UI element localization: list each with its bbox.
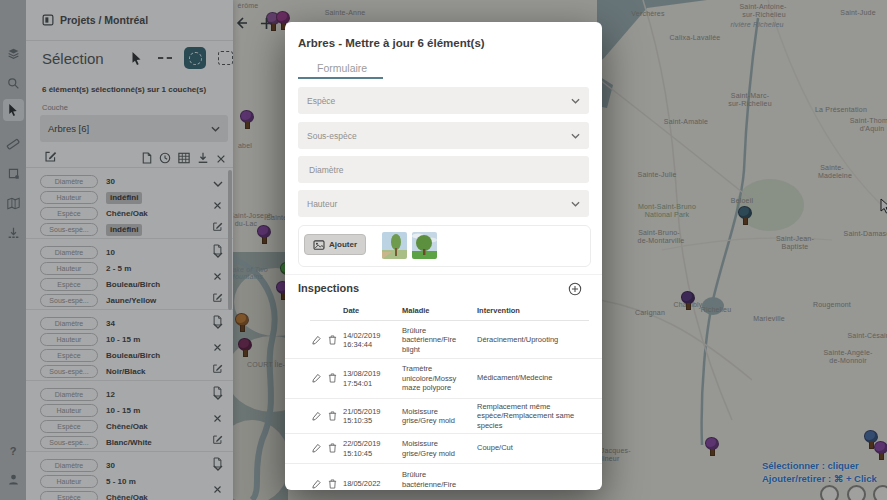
edit-inspection-button[interactable] xyxy=(312,475,321,490)
inspection-intervention: Médicament/Medecine xyxy=(477,373,582,383)
inspections-heading: Inspections xyxy=(298,282,359,294)
divider xyxy=(285,274,602,275)
chevron-down-icon xyxy=(571,133,580,139)
add-inspection-button[interactable] xyxy=(568,282,582,300)
column-header-intervention: Intervention xyxy=(477,306,520,315)
diametre-field[interactable] xyxy=(298,156,589,183)
delete-inspection-button[interactable] xyxy=(328,369,337,387)
inspection-time: 15:10:45 xyxy=(343,448,372,457)
plus-circle-icon xyxy=(568,282,582,296)
inspection-date: 21/05/2019 xyxy=(343,406,381,415)
tab-formulaire[interactable]: Formulaire xyxy=(317,62,367,74)
trash-icon xyxy=(328,443,337,453)
pencil-icon xyxy=(312,411,321,421)
espece-select[interactable]: Espèce xyxy=(298,87,589,114)
diametre-input[interactable] xyxy=(307,164,580,176)
modal-title: Arbres - Mettre à jour 6 élément(s) xyxy=(298,37,485,49)
tree-photo-thumbnail[interactable] xyxy=(382,232,407,259)
edit-inspection-button[interactable] xyxy=(312,331,321,349)
app-window: érômeSainte-AnneVerchèresSaint-Antoine-s… xyxy=(0,0,887,500)
inspection-intervention: Coupe/Cut xyxy=(477,443,582,453)
inspection-row: 22/05/201915:10:45 Moisissure grise/Grey… xyxy=(285,433,602,464)
hauteur-select[interactable]: Hauteur xyxy=(298,190,589,217)
inspection-maladie: Brûlure bactérienne/Fire blight xyxy=(402,325,474,354)
add-photo-button[interactable]: Ajouter xyxy=(304,234,366,255)
trash-icon xyxy=(328,335,337,345)
trash-icon xyxy=(328,373,337,383)
pencil-icon xyxy=(312,335,321,345)
inspection-row: 21/05/201915:10:35 Moisissure grise/Grey… xyxy=(285,398,602,434)
image-icon xyxy=(313,240,325,250)
sous-espece-select[interactable]: Sous-espèce xyxy=(298,122,589,149)
tree-photo-thumbnail[interactable] xyxy=(412,232,437,259)
trash-icon xyxy=(328,479,337,489)
inspection-row: 13/08/201917:54:01 Tramètre unicolore/Mo… xyxy=(285,358,602,399)
inspection-time: 15:10:35 xyxy=(343,416,372,425)
inspection-intervention: Remplacement même espèce/Remplacement sa… xyxy=(477,401,582,430)
inspection-maladie: Moisissure grise/Grey mold xyxy=(402,439,474,458)
photos-card: Ajouter xyxy=(298,225,591,267)
tab-active-underline xyxy=(298,77,383,79)
pencil-icon xyxy=(312,479,321,489)
inspection-row: 14/02/201916:34:44 Brûlure bactérienne/F… xyxy=(285,321,602,359)
inspection-time: 16:34:44 xyxy=(343,340,372,349)
inspection-date: 22/05/2019 xyxy=(343,439,381,448)
espece-select-label: Espèce xyxy=(307,96,335,106)
edit-inspection-button[interactable] xyxy=(312,439,321,457)
pencil-icon xyxy=(312,443,321,453)
edit-inspection-button[interactable] xyxy=(312,369,321,387)
chevron-down-icon xyxy=(571,98,580,104)
edit-inspection-button[interactable] xyxy=(312,407,321,425)
column-header-date: Date xyxy=(343,306,359,315)
sous-espece-select-label: Sous-espèce xyxy=(307,131,357,141)
inspection-maladie: Tramètre unicolore/Mossy maze polypore xyxy=(402,364,474,393)
hauteur-select-label: Hauteur xyxy=(307,199,337,209)
delete-inspection-button[interactable] xyxy=(328,331,337,349)
inspection-maladie: Moisissure grise/Grey mold xyxy=(402,406,474,425)
inspection-date: 18/05/2022 xyxy=(343,479,381,488)
delete-inspection-button[interactable] xyxy=(328,439,337,457)
inspection-time: 17:54:01 xyxy=(343,378,372,387)
trash-icon xyxy=(328,411,337,421)
inspection-row: 18/05/2022 Brûlure bactérienne/Fire blig… xyxy=(285,463,602,490)
chevron-down-icon xyxy=(571,201,580,207)
column-header-maladie: Maladie xyxy=(402,306,430,315)
add-photo-label: Ajouter xyxy=(329,240,357,249)
update-trees-modal: Arbres - Mettre à jour 6 élément(s) Form… xyxy=(285,22,602,490)
inspection-intervention: Déracinement/Uprooting xyxy=(477,335,582,345)
inspection-maladie: Brûlure bactérienne/Fire blight xyxy=(402,470,474,490)
delete-inspection-button[interactable] xyxy=(328,475,337,490)
delete-inspection-button[interactable] xyxy=(328,407,337,425)
inspection-date: 14/02/2019 xyxy=(343,330,381,339)
inspection-date: 13/08/2019 xyxy=(343,369,381,378)
pencil-icon xyxy=(312,373,321,383)
